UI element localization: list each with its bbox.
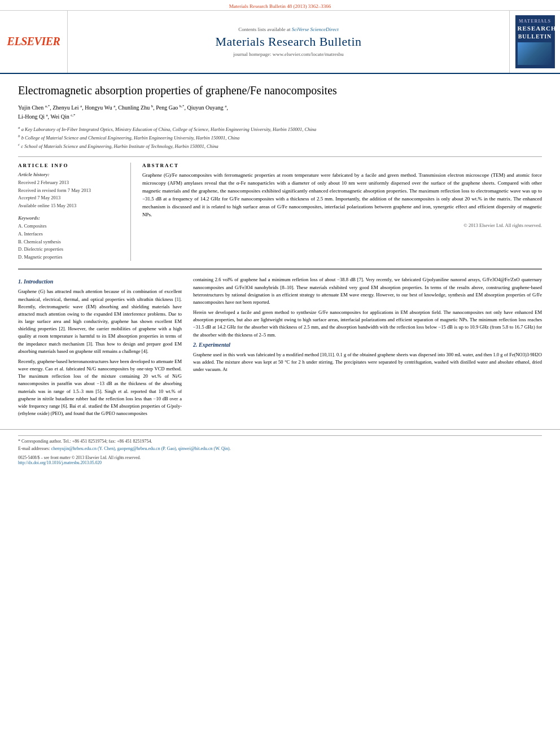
header-right: MATERIALS RESEARCH BULLETIN xyxy=(509,11,560,73)
author-lihong: Li-Hong Qi a, xyxy=(18,113,49,120)
accepted-date: Accepted 7 May 2013 xyxy=(18,194,123,202)
keyword-5: D. Magnetic properties xyxy=(18,254,123,261)
keyword-3: B. Chemical synthesis xyxy=(18,238,123,246)
bulletin-mat: MATERIALS xyxy=(518,19,553,24)
revised-date: Received in revised form 7 May 2013 xyxy=(18,187,123,195)
article-content: Electromagnetic absorption properties of… xyxy=(0,74,560,430)
affil-b: b b College of Material Science and Chem… xyxy=(18,133,542,142)
info-abstract-section: ARTICLE INFO Article history: Received 2… xyxy=(18,156,542,261)
bulletin-bull: BULLETIN xyxy=(518,33,553,40)
header-area: ELSEVIER Contents lists available at Sci… xyxy=(0,11,560,74)
body-right-col: containing 2.6 vol% of graphene had a mi… xyxy=(193,276,542,420)
article-info-col: ARTICLE INFO Article history: Received 2… xyxy=(18,163,131,261)
journal-top-bar: Materials Research Bulletin 48 (2013) 33… xyxy=(0,0,560,11)
author-qiuyun: Qiuyun Ouyang a, xyxy=(187,104,228,111)
bulletin-image xyxy=(518,42,552,65)
abstract-header: ABSTRACT xyxy=(142,163,542,168)
journal-title: Materials Research Bulletin xyxy=(215,34,361,49)
email-label: E-mail addresses: xyxy=(18,446,50,451)
abstract-text: Graphene (G)/Fe nanocomposites with ferr… xyxy=(142,172,542,219)
email-addresses[interactable]: chenyujin@hrbeu.edu.cn (Y. Chen), gaopen… xyxy=(51,446,231,451)
elsevier-logo-area: ELSEVIER xyxy=(0,11,68,73)
received-date: Received 2 February 2013 xyxy=(18,179,123,187)
author-zhenyu: Zhenyu Lei a, xyxy=(53,104,83,111)
header-center: Contents lists available at SciVerse Sci… xyxy=(68,11,509,73)
body-section: 1. Introduction Graphene (G) has attract… xyxy=(18,269,542,420)
email-line: E-mail addresses: chenyujin@hrbeu.edu.cn… xyxy=(18,445,542,453)
right-para-1: containing 2.6 vol% of graphene had a mi… xyxy=(193,276,542,306)
affil-a: a a Key Laboratory of In-Fiber Integrate… xyxy=(18,125,542,133)
author-peng: Peng Gao b,*, xyxy=(156,104,186,111)
journal-homepage: journal homepage: www.elsevier.com/locat… xyxy=(233,51,343,57)
article-title: Electromagnetic absorption properties of… xyxy=(18,83,542,98)
contents-available-text: Contents lists available at xyxy=(238,27,290,32)
footer-divider xyxy=(18,435,542,436)
issn-line: 0025-5408/$ – see front matter © 2013 El… xyxy=(18,455,141,460)
journal-citation: Materials Research Bulletin 48 (2013) 33… xyxy=(229,3,331,9)
available-date: Available online 15 May 2013 xyxy=(18,202,123,210)
abstract-col: ABSTRACT Graphene (G)/Fe nanocomposites … xyxy=(142,163,542,261)
sciverse-link[interactable]: SciVerse ScienceDirect xyxy=(292,27,339,32)
corresponding-note: * Corresponding author. Tel.: +86 451 82… xyxy=(18,438,542,445)
keyword-2: A. Interfaces xyxy=(18,230,123,238)
right-para-2: Herein we developed a facile and green m… xyxy=(193,309,542,339)
experimental-title: 2. Experimental xyxy=(193,342,542,348)
article-history-label: Article history: xyxy=(18,172,123,177)
authors-line: Yujin Chen a,*, Zhenyu Lei a, Hongyu Wu … xyxy=(18,103,542,122)
author-hongyu: Hongyu Wu a, xyxy=(85,104,117,111)
bulletin-badge: MATERIALS RESEARCH BULLETIN xyxy=(515,15,555,68)
elsevier-logo: ELSEVIER xyxy=(7,35,60,48)
author-yujin: Yujin Chen a,*, xyxy=(18,104,51,111)
intro-title: 1. Introduction xyxy=(18,278,182,285)
intro-para-2: Recently, graphene-based heteronanostruc… xyxy=(18,358,182,417)
article-info-header: ARTICLE INFO xyxy=(18,163,123,168)
author-chunling: Chunling Zhu b, xyxy=(118,104,154,111)
affil-c: c c School of Materials Science and Engi… xyxy=(18,142,542,150)
keyword-1: A. Composites xyxy=(18,222,123,230)
keywords-section: Keywords: A. Composites A. Interfaces B.… xyxy=(18,215,123,261)
abstract-copyright: © 2013 Elsevier Ltd. All rights reserved… xyxy=(142,222,542,228)
intro-para-1: Graphene (G) has attracted much attentio… xyxy=(18,288,182,355)
author-wei: Wei Qin c,* xyxy=(50,113,75,120)
body-left-col: 1. Introduction Graphene (G) has attract… xyxy=(18,276,182,420)
doi-line[interactable]: http://dx.doi.org/10.1016/j.matresbu.201… xyxy=(18,460,542,465)
page: Materials Research Bulletin 48 (2013) 33… xyxy=(0,0,560,747)
footer-area: * Corresponding author. Tel.: +86 451 82… xyxy=(0,429,560,469)
experimental-para: Graphene used in this work was fabricate… xyxy=(193,351,542,374)
keywords-label: Keywords: xyxy=(18,215,123,221)
sciverse-line: Contents lists available at SciVerse Sci… xyxy=(238,27,338,32)
footer-bottom: 0025-5408/$ – see front matter © 2013 El… xyxy=(18,455,542,460)
affiliations: a a Key Laboratory of In-Fiber Integrate… xyxy=(18,125,542,150)
bulletin-res: RESEARCH xyxy=(518,24,553,32)
keyword-4: D. Dielectric properties xyxy=(18,246,123,254)
